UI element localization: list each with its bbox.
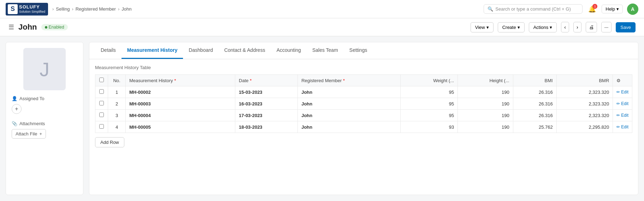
row-weight: 95 (401, 110, 458, 121)
view-button[interactable]: View ▾ (471, 22, 494, 32)
row-edit-cell: ✏ Edit (613, 86, 632, 98)
col-header-weight: Weight (... (401, 75, 458, 86)
row-height: 190 (458, 98, 513, 110)
breadcrumb-john[interactable]: John (122, 6, 131, 12)
row-height: 190 (458, 86, 513, 98)
next-button[interactable]: › (573, 22, 581, 32)
row-weight: 95 (401, 98, 458, 110)
search-box[interactable]: 🔍 Search or type a command (Ctrl + G) (484, 4, 583, 14)
tab-settings[interactable]: Settings (344, 42, 373, 59)
attach-file-button[interactable]: Attach File + (12, 129, 46, 139)
row-checkbox-0[interactable] (99, 89, 104, 94)
record-avatar-letter: J (40, 58, 49, 81)
logo[interactable]: S SOLUFY Solution Simplified (6, 3, 48, 16)
view-label: View (475, 25, 485, 30)
attach-label: Attach File (16, 131, 37, 136)
tab-sales-team[interactable]: Sales Team (307, 42, 344, 59)
col-header-height: Height (... (458, 75, 513, 86)
logo-sub: Solution Simplified (19, 10, 45, 14)
row-checkbox-2[interactable] (99, 112, 104, 117)
row-checkbox-1[interactable] (99, 101, 104, 105)
more-icon: ··· (604, 24, 609, 30)
create-label: Create (502, 25, 516, 30)
row-no: 2 (108, 98, 126, 110)
top-nav: S SOLUFY Solution Simplified › Selling ›… (0, 0, 644, 18)
avatar[interactable]: A (627, 4, 638, 15)
row-member: John (298, 121, 401, 133)
assigned-to-label: Assigned To (19, 96, 45, 101)
row-checkbox-3[interactable] (99, 124, 104, 129)
row-checkbox-cell (95, 121, 108, 133)
print-icon: 🖨 (589, 24, 594, 30)
col-header-settings[interactable]: ⚙ (613, 75, 632, 86)
help-label: Help (605, 6, 615, 12)
tab-accounting[interactable]: Accounting (271, 42, 307, 59)
col-header-checkbox (95, 75, 108, 86)
row-bmi: 26.316 (513, 98, 556, 110)
row-member: John (298, 98, 401, 110)
add-row-button[interactable]: Add Row (95, 137, 124, 147)
tab-details[interactable]: Details (95, 42, 122, 59)
avatar-letter: A (631, 6, 634, 12)
row-bmi: 26.316 (513, 86, 556, 98)
notification-badge: 1 (592, 4, 597, 9)
mh-required-marker: * (174, 78, 176, 83)
attachments-section: 📎 Attachments Attach File + (12, 121, 77, 139)
row-member: John (298, 110, 401, 121)
add-assigned-button[interactable]: + (12, 104, 22, 114)
record-avatar: J (23, 48, 66, 90)
row-bmi: 26.316 (513, 110, 556, 121)
col-header-date: Date * (235, 75, 298, 86)
col-header-mh: Measurement History * (126, 75, 235, 86)
row-edit-button-3[interactable]: ✏ Edit (616, 124, 628, 129)
row-date: 17-03-2023 (235, 110, 298, 121)
row-mh: MH-00003 (126, 98, 235, 110)
prev-button[interactable]: ‹ (561, 22, 569, 32)
breadcrumb-registered-member[interactable]: Registered Member (76, 6, 116, 12)
print-button[interactable]: 🖨 (586, 22, 597, 32)
actions-chevron-icon: ▾ (550, 25, 552, 30)
row-bmr: 2,323.320 (556, 86, 613, 98)
edit-label: Edit (621, 124, 628, 129)
help-button[interactable]: Help ▾ (602, 5, 623, 13)
row-mh: MH-00005 (126, 121, 235, 133)
select-all-checkbox[interactable] (99, 78, 104, 82)
left-panel: J 👤 Assigned To + 📎 Attachments Attach F… (6, 42, 83, 195)
status-badge: Enabled (41, 24, 68, 30)
row-edit-button-1[interactable]: ✏ Edit (616, 101, 628, 106)
breadcrumb-sep1: › (72, 6, 73, 12)
hamburger-icon[interactable]: ☰ (8, 23, 14, 31)
save-button[interactable]: Save (616, 22, 636, 32)
attachments-label: Attachments (19, 121, 45, 126)
breadcrumb-arrow: › (52, 6, 54, 12)
col-header-bmr: BMR (556, 75, 613, 86)
tab-dashboard[interactable]: Dashboard (183, 42, 219, 59)
edit-pencil-icon: ✏ (616, 113, 620, 118)
more-button[interactable]: ··· (601, 22, 612, 32)
help-chevron-icon: ▾ (616, 6, 619, 12)
actions-button[interactable]: Actions ▾ (529, 22, 557, 32)
tab-contact-address[interactable]: Contact & Address (219, 42, 271, 59)
col-header-bmi: BMI (513, 75, 556, 86)
logo-main: SOLUFY (19, 4, 45, 10)
create-button[interactable]: Create ▾ (498, 22, 525, 32)
row-date: 16-03-2023 (235, 98, 298, 110)
edit-label: Edit (621, 90, 628, 95)
row-edit-button-0[interactable]: ✏ Edit (616, 90, 628, 95)
tab-measurement-history[interactable]: Measurement History (122, 42, 183, 59)
page-title: John (18, 23, 37, 32)
row-edit-cell: ✏ Edit (613, 110, 632, 121)
attach-plus-icon: + (39, 131, 42, 136)
row-edit-button-2[interactable]: ✏ Edit (616, 113, 628, 118)
row-mh: MH-00004 (126, 110, 235, 121)
main-content: J 👤 Assigned To + 📎 Attachments Attach F… (0, 36, 644, 201)
row-no: 3 (108, 110, 126, 121)
row-bmr: 2,323.320 (556, 98, 613, 110)
row-bmr: 2,323.320 (556, 110, 613, 121)
table-row: 3 MH-00004 17-03-2023 John 95 190 26.316… (95, 110, 632, 121)
create-chevron-icon: ▾ (518, 25, 520, 30)
breadcrumb-selling[interactable]: Selling (56, 6, 70, 12)
row-edit-cell: ✏ Edit (613, 98, 632, 110)
notification-button[interactable]: 🔔 1 (587, 4, 597, 14)
status-dot (45, 26, 47, 29)
